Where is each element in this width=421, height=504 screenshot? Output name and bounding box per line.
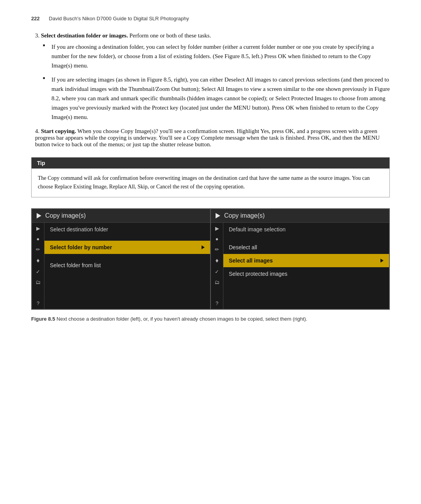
step-3-label: 3. Select destination folder or images. …	[35, 32, 390, 39]
figure-screens: Copy image(s) ▶ ● ✏ ♦ ✓ 🗂 ? Select desti…	[31, 208, 390, 310]
left-menu-item-2: Select folder from list	[44, 259, 210, 272]
tip-body: The Copy command will ask for confirmati…	[32, 169, 389, 197]
step-4-bold: Start copying.	[41, 128, 76, 134]
left-item-2-label: Select folder from list	[50, 262, 101, 268]
left-play-icon	[37, 213, 41, 218]
step-3: 3. Select destination folder or images. …	[31, 32, 390, 122]
bullet-1: If you are choosing a destination folder…	[43, 42, 390, 70]
right-screen: Copy image(s) ▶ ● ✏ ♦ ✓ 🗂 ? Default imag…	[211, 209, 389, 309]
left-icon-question: ?	[37, 301, 39, 306]
left-screen: Copy image(s) ▶ ● ✏ ♦ ✓ 🗂 ? Select desti…	[32, 209, 211, 309]
left-icons-col: ▶ ● ✏ ♦ ✓ 🗂 ?	[32, 223, 44, 309]
right-menu-col: Default image selection Deselect all Sel…	[223, 223, 389, 309]
right-menu-item-3: Select protected images	[223, 267, 389, 280]
step-3-intro: Perform one or both of these tasks.	[129, 32, 211, 39]
left-icon-folder: 🗂	[35, 280, 41, 285]
step-3-number: 3.	[35, 32, 39, 39]
left-icon-dot: ●	[37, 236, 40, 241]
step-4-number: 4.	[35, 128, 39, 134]
right-menu-item-2: Select all images	[223, 254, 389, 267]
left-item-1-arrow	[202, 245, 205, 249]
right-icon-filter: ♦	[215, 257, 218, 264]
left-menu-header: Select destination folder	[44, 223, 210, 236]
bullet-2: If you are selecting images (as shown in…	[43, 75, 390, 122]
step-4-text: When you choose Copy Image(s)? you'll se…	[35, 128, 380, 147]
step-3-bold: Select destination folder or images.	[41, 32, 128, 39]
right-item-2-label: Select all images	[229, 257, 273, 264]
left-icon-check: ✓	[36, 269, 40, 274]
right-item-1-label: Deselect all	[229, 244, 257, 250]
right-item-3-label: Select protected images	[229, 271, 287, 277]
right-icons-col: ▶ ● ✏ ♦ ✓ 🗂 ?	[211, 223, 223, 309]
book-title: David Busch's Nikon D7000 Guide to Digit…	[49, 16, 189, 21]
right-screen-title: Copy image(s)	[224, 212, 265, 219]
bullet-1-text: If you are choosing a destination folder…	[51, 44, 374, 69]
left-screen-title-bar: Copy image(s)	[32, 209, 210, 223]
tip-header: Tip	[32, 158, 389, 169]
right-icon-question: ?	[216, 301, 218, 306]
right-icon-dot: ●	[216, 236, 219, 241]
left-item-1-label: Select folder by number	[50, 244, 112, 250]
right-menu-item-1: Deselect all	[223, 241, 389, 254]
right-icon-play: ▶	[215, 226, 219, 231]
left-menu-item-1: Select folder by number	[44, 241, 210, 254]
figure-caption-text: Next choose a destination folder (left),…	[57, 316, 307, 322]
right-icon-folder: 🗂	[214, 280, 219, 285]
right-screen-title-bar: Copy image(s)	[211, 209, 389, 223]
tip-box: Tip The Copy command will ask for confir…	[31, 157, 390, 197]
right-icon-blank	[216, 290, 218, 295]
right-icon-check: ✓	[215, 269, 219, 274]
page-number: 222	[31, 16, 40, 21]
figure-label: Figure 8.5	[31, 316, 55, 322]
right-screen-body: ▶ ● ✏ ♦ ✓ 🗂 ? Default image selection De…	[211, 223, 389, 309]
step-4: 4. Start copying. When you choose Copy I…	[31, 128, 390, 148]
left-screen-title: Copy image(s)	[45, 212, 86, 219]
right-menu-header: Default image selection	[223, 223, 389, 236]
left-icon-blank	[37, 290, 39, 295]
right-item-2-arrow	[380, 259, 384, 263]
bullet-2-text: If you are selecting images (as shown in…	[51, 76, 390, 120]
left-screen-body: ▶ ● ✏ ♦ ✓ 🗂 ? Select destination folder …	[32, 223, 210, 309]
step-3-bullets: If you are choosing a destination folder…	[35, 42, 390, 122]
right-play-icon	[216, 213, 220, 218]
step-4-label: 4. Start copying. When you choose Copy I…	[35, 128, 390, 148]
left-icon-filter: ♦	[36, 257, 39, 264]
right-icon-pencil: ✏	[215, 247, 219, 252]
left-icon-pencil: ✏	[36, 247, 40, 252]
figure-caption: Figure 8.5 Next choose a destination fol…	[31, 315, 390, 323]
left-menu-col: Select destination folder Select folder …	[44, 223, 210, 309]
left-icon-play: ▶	[36, 226, 40, 231]
page-header: 222 David Busch's Nikon D7000 Guide to D…	[31, 16, 390, 21]
